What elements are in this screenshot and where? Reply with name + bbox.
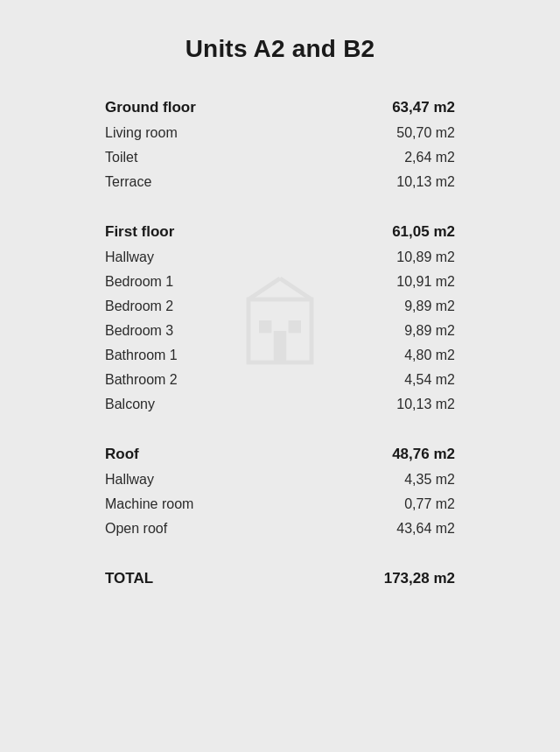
item-label-ground-floor-1: Toilet [105, 150, 137, 165]
section-header-value-ground-floor: 63,47 m2 [392, 99, 455, 116]
item-row-first-floor-3: Bedroom 39,89 m2 [105, 319, 455, 343]
section-roof: Roof48,76 m2Hallway4,35 m2Machine room0,… [105, 441, 455, 541]
sections-container: Ground floor63,47 m2Living room50,70 m2T… [105, 95, 455, 541]
item-label-first-floor-0: Hallway [105, 249, 154, 265]
item-row-roof-1: Machine room0,77 m2 [105, 492, 455, 517]
item-value-roof-2: 43,64 m2 [396, 521, 455, 537]
section-header-row-first-floor: First floor61,05 m2 [105, 219, 455, 245]
item-label-first-floor-1: Bedroom 1 [105, 274, 173, 290]
item-row-first-floor-0: Hallway10,89 m2 [105, 245, 455, 270]
item-value-first-floor-0: 10,89 m2 [396, 249, 455, 265]
item-value-first-floor-3: 9,89 m2 [404, 323, 455, 339]
item-value-ground-floor-2: 10,13 m2 [396, 174, 455, 190]
item-value-first-floor-1: 10,91 m2 [396, 274, 455, 290]
item-row-first-floor-6: Balcony10,13 m2 [105, 392, 455, 417]
item-row-roof-0: Hallway4,35 m2 [105, 467, 455, 492]
item-value-first-floor-2: 9,89 m2 [404, 299, 455, 314]
item-value-ground-floor-0: 50,70 m2 [396, 125, 455, 141]
item-label-first-floor-3: Bedroom 3 [105, 323, 173, 339]
section-ground-floor: Ground floor63,47 m2Living room50,70 m2T… [105, 95, 455, 194]
item-label-roof-0: Hallway [105, 472, 154, 488]
content: Units A2 and B2 Ground floor63,47 m2Livi… [105, 35, 455, 592]
section-header-label-first-floor: First floor [105, 223, 174, 241]
item-row-roof-2: Open roof43,64 m2 [105, 517, 455, 541]
section-first-floor: First floor61,05 m2Hallway10,89 m2Bedroo… [105, 219, 455, 417]
item-row-first-floor-2: Bedroom 29,89 m2 [105, 294, 455, 319]
item-label-first-floor-4: Bathroom 1 [105, 348, 178, 363]
section-header-label-ground-floor: Ground floor [105, 99, 196, 116]
total-value: 173,28 m2 [384, 570, 455, 587]
item-label-first-floor-5: Bathroom 2 [105, 372, 178, 388]
section-header-value-first-floor: 61,05 m2 [392, 223, 455, 241]
section-header-label-roof: Roof [105, 446, 139, 463]
item-row-ground-floor-0: Living room50,70 m2 [105, 121, 455, 145]
item-label-ground-floor-2: Terrace [105, 174, 151, 190]
item-label-ground-floor-0: Living room [105, 125, 178, 141]
item-label-roof-2: Open roof [105, 521, 167, 537]
item-value-ground-floor-1: 2,64 m2 [404, 150, 455, 165]
section-header-row-ground-floor: Ground floor63,47 m2 [105, 95, 455, 121]
item-row-first-floor-5: Bathroom 24,54 m2 [105, 368, 455, 392]
item-value-first-floor-6: 10,13 m2 [396, 397, 455, 412]
item-value-first-floor-5: 4,54 m2 [404, 372, 455, 388]
section-header-value-roof: 48,76 m2 [392, 446, 455, 463]
item-row-ground-floor-1: Toilet2,64 m2 [105, 145, 455, 170]
item-row-first-floor-4: Bathroom 14,80 m2 [105, 343, 455, 368]
item-value-roof-1: 0,77 m2 [404, 496, 455, 512]
item-row-ground-floor-2: Terrace10,13 m2 [105, 170, 455, 194]
total-label: TOTAL [105, 570, 153, 587]
item-row-first-floor-1: Bedroom 110,91 m2 [105, 270, 455, 294]
item-value-roof-0: 4,35 m2 [404, 472, 455, 488]
item-label-roof-1: Machine room [105, 496, 193, 512]
item-label-first-floor-2: Bedroom 2 [105, 299, 173, 314]
page-container: Units A2 and B2 Ground floor63,47 m2Livi… [0, 0, 560, 644]
page-title: Units A2 and B2 [105, 35, 455, 63]
item-label-first-floor-6: Balcony [105, 397, 155, 412]
section-header-row-roof: Roof48,76 m2 [105, 441, 455, 467]
total-row: TOTAL 173,28 m2 [105, 566, 455, 592]
item-value-first-floor-4: 4,80 m2 [404, 348, 455, 363]
